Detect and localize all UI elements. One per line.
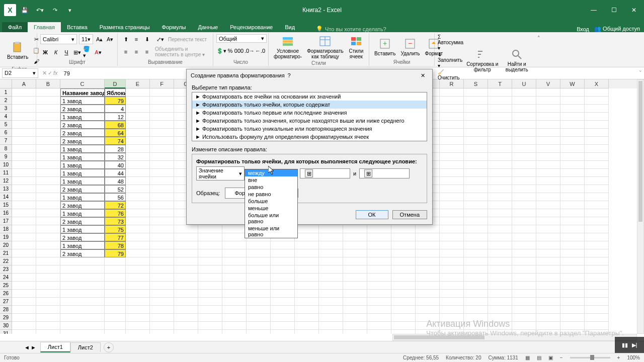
cell[interactable]	[126, 193, 150, 201]
cell[interactable]	[150, 290, 174, 298]
cell[interactable]	[222, 306, 247, 314]
cell[interactable]	[271, 306, 295, 314]
cell[interactable]	[198, 241, 222, 249]
collapse-ribbon-icon[interactable]: ˄	[535, 33, 542, 66]
cell[interactable]: 32	[105, 153, 126, 161]
cell[interactable]	[126, 241, 150, 249]
cell[interactable]	[126, 322, 150, 330]
cell[interactable]	[126, 88, 150, 97]
format-table-button[interactable]: Форматировать как таблицу	[305, 34, 346, 60]
cell[interactable]	[247, 265, 271, 274]
expand-formula-icon[interactable]: ˅	[637, 70, 644, 76]
cell[interactable]	[36, 274, 60, 282]
align-right-icon[interactable]: ≡	[142, 47, 152, 57]
cell[interactable]	[536, 177, 560, 185]
cell[interactable]	[536, 129, 560, 137]
cell[interactable]	[391, 314, 416, 322]
tab-home[interactable]: Главная	[28, 22, 61, 32]
cell[interactable]	[126, 330, 150, 334]
align-middle-icon[interactable]: ≡	[131, 34, 141, 44]
cell[interactable]	[440, 233, 464, 241]
cell[interactable]	[464, 185, 488, 193]
cell[interactable]	[367, 241, 391, 249]
cell[interactable]	[536, 290, 560, 298]
cell[interactable]	[440, 306, 464, 314]
cell[interactable]	[464, 217, 488, 225]
cell[interactable]	[440, 145, 464, 153]
cell[interactable]	[440, 201, 464, 209]
cell[interactable]	[585, 282, 609, 290]
col-header-W[interactable]: W	[560, 79, 585, 88]
cell[interactable]	[488, 282, 512, 290]
qat-customize[interactable]: ▾	[63, 4, 76, 17]
cell[interactable]	[560, 88, 585, 97]
cell[interactable]	[512, 209, 536, 217]
cell[interactable]	[343, 233, 367, 241]
cell[interactable]	[488, 257, 512, 265]
cell[interactable]	[464, 257, 488, 265]
font-size-combo[interactable]: 11▾	[79, 34, 93, 44]
tab-review[interactable]: Рецензирование	[224, 22, 279, 32]
cell[interactable]	[464, 265, 488, 274]
border-icon[interactable]: ⊞▾	[72, 47, 82, 57]
dropdown-item[interactable]: равно	[245, 184, 297, 191]
cell[interactable]	[60, 274, 105, 282]
row-header[interactable]: 27	[0, 298, 12, 306]
cell[interactable]	[36, 290, 60, 298]
cell[interactable]	[319, 225, 343, 233]
cell[interactable]: 1 завод	[60, 153, 105, 161]
cell[interactable]	[60, 290, 105, 298]
share-button[interactable]: 👥 Общий доступ	[594, 26, 640, 32]
cell[interactable]: 2 завод	[60, 129, 105, 137]
cell[interactable]: 75	[105, 225, 126, 233]
cell[interactable]	[319, 241, 343, 249]
cell[interactable]	[174, 298, 198, 306]
cell[interactable]	[271, 314, 295, 322]
cell[interactable]	[440, 225, 464, 233]
cell[interactable]	[488, 249, 512, 257]
cell[interactable]	[440, 193, 464, 201]
cell[interactable]	[536, 274, 560, 282]
cell[interactable]	[198, 225, 222, 233]
cell[interactable]	[343, 314, 367, 322]
cell[interactable]	[367, 298, 391, 306]
underline-icon[interactable]: Ч	[61, 47, 71, 57]
cell[interactable]: 68	[105, 121, 126, 129]
cell[interactable]	[488, 217, 512, 225]
cell[interactable]: Яблоки	[105, 88, 126, 97]
cell[interactable]	[416, 265, 440, 274]
row-header[interactable]: 31	[0, 330, 12, 334]
cell[interactable]	[150, 97, 174, 105]
cell[interactable]	[36, 306, 60, 314]
cell[interactable]	[512, 249, 536, 257]
cell[interactable]	[416, 274, 440, 282]
insert-cells-button[interactable]: +Вставить	[372, 37, 397, 57]
cell[interactable]	[60, 298, 105, 306]
cell[interactable]	[464, 225, 488, 233]
cell[interactable]	[319, 249, 343, 257]
cell[interactable]	[295, 274, 319, 282]
cell[interactable]	[391, 265, 416, 274]
cell[interactable]	[36, 233, 60, 241]
select-all-corner[interactable]	[0, 79, 12, 88]
cell[interactable]: 1 завод	[60, 225, 105, 233]
cell[interactable]	[319, 322, 343, 330]
wrap-text-button[interactable]: Перенести текст	[168, 37, 207, 42]
cell[interactable]	[560, 177, 585, 185]
cell[interactable]	[367, 249, 391, 257]
row-header[interactable]: 21	[0, 249, 12, 257]
close-button[interactable]: ✕	[624, 3, 644, 18]
cell[interactable]	[222, 249, 247, 257]
cell[interactable]	[222, 298, 247, 306]
cell[interactable]	[12, 322, 36, 330]
cell[interactable]: 64	[105, 129, 126, 137]
ref-select-icon-2[interactable]: ⊞	[364, 169, 372, 177]
cell[interactable]	[488, 177, 512, 185]
cell[interactable]	[105, 306, 126, 314]
cell[interactable]	[12, 233, 36, 241]
cell[interactable]	[488, 88, 512, 97]
cell[interactable]	[560, 113, 585, 121]
cell[interactable]	[391, 249, 416, 257]
name-box[interactable]: D2▾	[2, 68, 38, 78]
cell[interactable]	[150, 257, 174, 265]
